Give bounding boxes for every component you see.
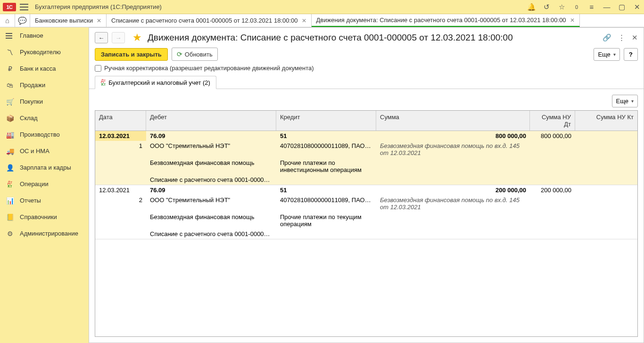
sidebar-item-reports[interactable]: 📊 Отчеты xyxy=(0,192,89,209)
person-icon: 👤 xyxy=(6,164,14,172)
close-icon[interactable]: ✕ xyxy=(633,3,641,11)
page-title: Движения документа: Списание с расчетног… xyxy=(148,33,599,43)
sidebar-item-label: Отчеты xyxy=(20,197,41,204)
refresh-button[interactable]: ⟳ Обновить xyxy=(172,48,218,61)
sidebar-item-label: Главное xyxy=(20,32,43,39)
titlebar-right: 🔔 ↺ ☆ 0 ≡ — ▢ ✕ xyxy=(527,3,641,11)
sidebar-item-label: Склад xyxy=(20,114,38,122)
sidebar-item-purchases[interactable]: 🛒 Покупки xyxy=(0,93,89,110)
table-row[interactable]: 12.03.2021 76.09 51 200 000,00 200 000,0… xyxy=(95,185,637,239)
sidebar-item-warehouse[interactable]: 📦 Склад xyxy=(0,110,89,126)
cell-credit-acc: 51 xyxy=(276,131,376,141)
nav-back-button[interactable]: ← xyxy=(95,32,108,43)
table-header: Дата Дебет Кредит Сумма Сумма НУ Дт Сумм… xyxy=(95,111,637,131)
sidebar-item-manager[interactable]: 〽 Руководителю xyxy=(0,44,89,60)
cell-debit-l2: Безвозмездная финансовая помощь xyxy=(146,212,276,229)
table-row[interactable]: 12.03.2021 76.09 51 800 000,00 800 000,0… xyxy=(95,131,637,185)
sidebar-item-directories[interactable]: 📒 Справочники xyxy=(0,209,89,225)
cell-credit-l2: Прочие платежи по инвестиционным операци… xyxy=(276,158,376,175)
maximize-icon[interactable]: ▢ xyxy=(618,3,626,11)
th-credit[interactable]: Кредит xyxy=(276,111,376,131)
app-logo: 1C xyxy=(3,3,16,11)
th-sum[interactable]: Сумма xyxy=(376,111,530,131)
bag-icon: 🛍 xyxy=(6,82,14,89)
gear-icon: ⚙ xyxy=(6,230,14,237)
settings-icon[interactable]: ≡ xyxy=(587,3,596,11)
cell-credit-acc: 51 xyxy=(276,185,376,195)
content-area: ← → ★ Движения документа: Списание с рас… xyxy=(89,27,644,343)
cell-nukt xyxy=(575,185,637,195)
cell-debit-l1: ООО "Стремительный НЭТ" xyxy=(146,141,276,158)
tabs-row: ⌂ 💬 Банковские выписки ✕ Списание с расч… xyxy=(0,14,644,27)
sidebar-item-label: Банк и касса xyxy=(20,65,56,72)
home-icon[interactable]: ⌂ xyxy=(0,14,15,27)
th-nudt[interactable]: Сумма НУ Дт xyxy=(530,111,575,131)
cell-debit-acc: 76.09 xyxy=(146,185,276,195)
cell-ord: 2 xyxy=(95,195,146,212)
sidebar-item-production[interactable]: 🏭 Производство xyxy=(0,126,89,143)
tab-close-icon[interactable]: ✕ xyxy=(570,17,575,24)
link-icon[interactable]: 🔗 xyxy=(603,33,611,42)
sidebar-item-label: Администрирование xyxy=(20,230,78,237)
toolbar: Записать и закрыть ⟳ Обновить Еще ? xyxy=(89,48,644,65)
manual-edit-checkbox[interactable] xyxy=(95,65,101,72)
sidebar-item-label: Производство xyxy=(20,131,60,138)
table: Дата Дебет Кредит Сумма Сумма НУ Дт Сумм… xyxy=(95,110,638,337)
subtab-accounting[interactable]: ДтКт Бухгалтерский и налоговый учет (2) xyxy=(95,76,216,89)
tab-movements[interactable]: Движения документа: Списание с расчетног… xyxy=(312,14,580,27)
page-close-icon[interactable]: ✕ xyxy=(632,33,638,42)
tab-close-icon[interactable]: ✕ xyxy=(97,17,101,24)
kebab-icon[interactable]: ⋮ xyxy=(618,33,625,42)
ruble-icon: ₽ xyxy=(6,65,14,73)
tab-label: Банковские выписки xyxy=(35,17,93,24)
cell-sum: 200 000,00 xyxy=(376,185,530,195)
th-nukt[interactable]: Сумма НУ Кт xyxy=(575,111,637,131)
app-title: Бухгалтерия предприятия (1С:Предприятие) xyxy=(35,3,527,10)
titlebar: 1C Бухгалтерия предприятия (1С:Предприят… xyxy=(0,0,644,14)
cell-nudt: 800 000,00 xyxy=(530,131,575,141)
sidebar-item-bank[interactable]: ₽ Банк и касса xyxy=(0,60,89,77)
sidebar-item-salary[interactable]: 👤 Зарплата и кадры xyxy=(0,159,89,176)
tab-bank-statements[interactable]: Банковские выписки ✕ xyxy=(30,14,107,27)
cell-desc: Безвозмездная финансовая помощь по вх.д.… xyxy=(376,141,530,158)
bell-icon[interactable]: 🔔 xyxy=(527,3,536,11)
cell-credit-l1: 40702810800000011089, ПАО СБ... xyxy=(276,141,376,158)
th-date[interactable]: Дата xyxy=(95,111,146,131)
cell-desc: Безвозмездная финансовая помощь по вх.д.… xyxy=(376,195,530,212)
menu-icon[interactable] xyxy=(20,4,28,10)
factory-icon: 🏭 xyxy=(6,131,14,139)
cell-debit-acc: 76.09 xyxy=(146,131,276,141)
cell-debit-l3: Списание с расчетного счета 0001-000005 … xyxy=(146,175,276,185)
sidebar-item-admin[interactable]: ⚙ Администрирование xyxy=(0,225,89,242)
sidebar-item-main[interactable]: Главное xyxy=(0,27,89,44)
sidebar-item-label: Покупки xyxy=(20,98,43,105)
tab-close-icon[interactable]: ✕ xyxy=(302,17,306,24)
sidebar-item-operations[interactable]: ДтКт Операции xyxy=(0,176,89,192)
sidebar-item-sales[interactable]: 🛍 Продажи xyxy=(0,77,89,93)
favorite-star-icon[interactable]: ★ xyxy=(132,32,142,44)
main-layout: Главное 〽 Руководителю ₽ Банк и касса 🛍 … xyxy=(0,27,644,343)
cell-sum: 800 000,00 xyxy=(376,131,530,141)
chat-icon[interactable]: 💬 xyxy=(15,14,30,27)
bars-icon: 📊 xyxy=(6,197,14,204)
subtabs: ДтКт Бухгалтерский и налоговый учет (2) xyxy=(89,75,644,89)
tab-label: Движения документа: Списание с расчетног… xyxy=(316,16,566,24)
history-icon[interactable]: ↺ xyxy=(542,3,551,11)
table-more-button[interactable]: Еще xyxy=(612,95,638,107)
truck-icon: 🚚 xyxy=(6,147,14,155)
more-button[interactable]: Еще xyxy=(594,48,619,61)
help-button[interactable]: ? xyxy=(624,48,638,61)
th-debit[interactable]: Дебет xyxy=(146,111,276,131)
star-icon[interactable]: ☆ xyxy=(557,3,566,11)
cart-icon: 🛒 xyxy=(6,98,14,106)
cell-date: 12.03.2021 xyxy=(95,131,146,141)
table-wrap: Еще Дата Дебет Кредит Сумма Сумма НУ Дт … xyxy=(89,89,644,343)
manual-edit-label: Ручная корректировка (разрешает редактир… xyxy=(104,65,314,72)
tab-writeoff[interactable]: Списание с расчетного счета 0001-000005 … xyxy=(107,14,311,27)
save-close-button[interactable]: Записать и закрыть xyxy=(95,48,168,61)
sidebar-item-assets[interactable]: 🚚 ОС и НМА xyxy=(0,143,89,159)
cell-date: 12.03.2021 xyxy=(95,185,146,195)
tab-label: Списание с расчетного счета 0001-000005 … xyxy=(111,17,297,24)
minimize-icon[interactable]: — xyxy=(603,3,611,11)
cell-debit-l3: Списание с расчетного счета 0001-000005 … xyxy=(146,229,276,239)
